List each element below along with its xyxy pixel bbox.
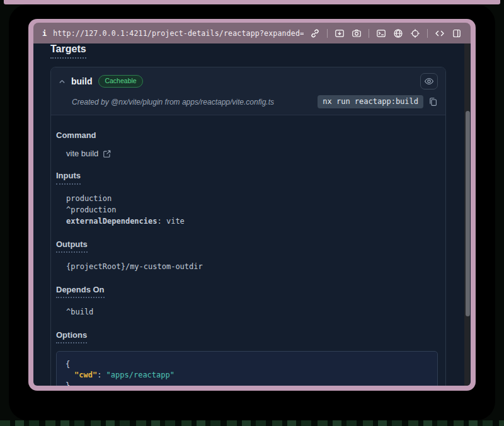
target-card-build: build Cacheable Created by @nx/vite/plug… xyxy=(50,67,446,386)
download-icon[interactable] xyxy=(335,28,345,38)
browser-window: i http://127.0.0.1:4211/project-details/… xyxy=(28,19,476,391)
toolbar-divider xyxy=(427,29,428,38)
input-item: production xyxy=(66,193,438,204)
input-key: externalDependencies xyxy=(66,217,158,226)
json-close-brace: } xyxy=(66,381,428,386)
command-value: vite build xyxy=(66,149,98,158)
options-json-block: { "cwd": "apps/reactapp" } xyxy=(56,351,438,386)
chrome-toolbar xyxy=(310,28,462,38)
link-icon[interactable] xyxy=(310,28,320,38)
input-key-value: : vite xyxy=(158,217,185,226)
outputs-heading: Outputs xyxy=(56,239,88,253)
target-name[interactable]: build xyxy=(71,76,92,86)
build-card-header: build Cacheable Created by @nx/vite/plug… xyxy=(51,67,445,115)
build-card-body: Command vite build Inputs production ^pr… xyxy=(51,115,445,386)
command-heading: Command xyxy=(56,130,96,141)
collapse-chevron-up-icon[interactable] xyxy=(59,78,66,85)
depends-on-list: ^build xyxy=(66,306,438,318)
json-value: "apps/reactapp" xyxy=(106,371,175,379)
created-by-text: Created by @nx/vite/plugin from apps/rea… xyxy=(72,98,318,106)
panel-icon[interactable] xyxy=(452,28,462,38)
info-icon: i xyxy=(42,29,47,38)
inputs-heading: Inputs xyxy=(56,171,81,184)
json-colon: : xyxy=(97,371,106,379)
inputs-list: production ^production externalDependenc… xyxy=(66,193,438,227)
depends-on-heading: Depends On xyxy=(56,285,105,298)
options-heading: Options xyxy=(56,330,87,343)
background-terminal-glow xyxy=(0,420,504,426)
terminal-icon[interactable] xyxy=(376,28,386,38)
code-icon[interactable] xyxy=(435,28,445,38)
browser-chrome-bar: i http://127.0.0.1:4211/project-details/… xyxy=(33,23,471,43)
depends-on-item: ^build xyxy=(66,306,438,318)
url-text[interactable]: http://127.0.0.1:4211/project-details/re… xyxy=(53,29,304,38)
run-command-chip[interactable]: nx run reactapp:build xyxy=(318,95,423,108)
crosshair-icon[interactable] xyxy=(410,28,420,38)
output-item: {projectRoot}/my-custom-outdir xyxy=(66,261,438,272)
toolbar-divider xyxy=(369,29,369,38)
globe-icon[interactable] xyxy=(393,28,403,38)
input-item: externalDependencies: vite xyxy=(66,216,438,227)
camera-icon[interactable] xyxy=(352,28,362,38)
outputs-list: {projectRoot}/my-custom-outdir xyxy=(66,261,438,272)
json-open-brace: { xyxy=(66,359,428,370)
page-title: Targets xyxy=(50,43,86,59)
copy-icon[interactable] xyxy=(428,97,438,106)
toolbar-divider xyxy=(327,29,328,38)
view-target-eye-button[interactable] xyxy=(420,73,438,89)
project-details-page: Targets build Cacheable Created by @nx/v… xyxy=(33,43,471,386)
scrollbar-thumb[interactable] xyxy=(466,111,470,316)
json-key: "cwd" xyxy=(74,371,97,379)
background-window-edge xyxy=(4,0,500,4)
external-link-icon[interactable] xyxy=(103,149,112,158)
cacheable-badge: Cacheable xyxy=(98,75,142,88)
input-item: ^production xyxy=(66,204,438,216)
